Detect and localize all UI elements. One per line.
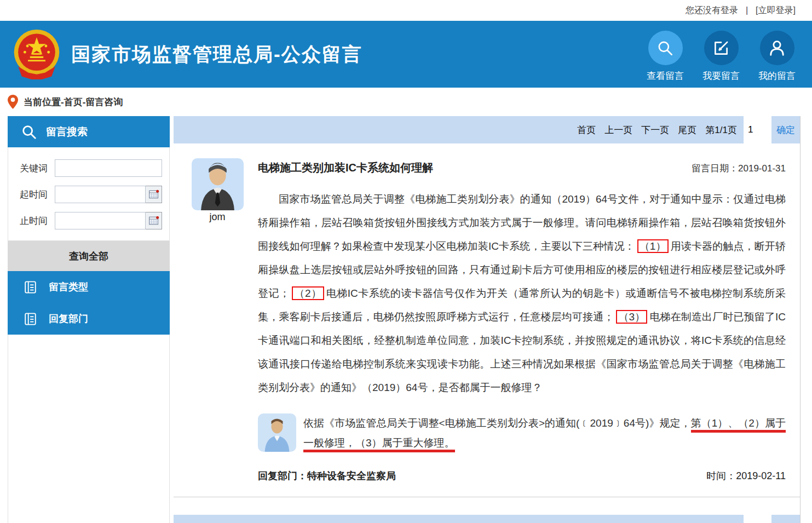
start-time-row: 起时间 [8,181,169,208]
pagination-links: 首页 上一页 下一页 尾页 第1/1页 [174,116,744,143]
nav-label: 查看留言 [647,70,684,82]
pagination-first[interactable]: 首页 [577,124,596,136]
confirm-button[interactable]: 确定 [771,515,800,523]
keyword-label: 关键词 [20,162,55,175]
reply-department-label: 回复部门： [258,470,307,481]
user-avatar [192,158,244,210]
reply-block: 依据《市场监管总局关于调整<电梯施工类别划分表>的通知(﹝2019﹞64号)》规… [258,413,786,453]
search-icon [648,31,683,65]
sidebar-item-label: 回复部门 [49,312,88,325]
location-pin-icon [8,94,18,110]
end-time-calendar-button[interactable] [146,212,162,229]
nav-my-messages[interactable]: 我的留言 [754,31,800,82]
page-number-input[interactable] [744,116,768,143]
end-time-row: 止时间 [8,208,169,234]
reply-time-value: 2019-02-11 [736,470,786,481]
message-date: 留言日期：2019-01-31 [692,162,786,175]
end-time-input[interactable] [55,212,146,229]
message-text: 国家市场监管总局关于调整《电梯施工类别划分表》的通知（2019）64号文件，对于… [258,187,786,399]
username: jom [187,211,248,223]
nav-label: 我要留言 [702,70,740,82]
calendar-icon [148,189,159,200]
national-emblem-logo [11,28,62,80]
message-title-row: 电梯施工类别加装IC卡系统如何理解 留言日期：2019-01-31 [258,160,786,175]
page-number-input[interactable] [744,515,768,523]
reply-department-value: 特种设备安全监察局 [307,470,396,481]
query-all-button[interactable]: 查询全部 [8,241,170,271]
official-avatar-icon [258,413,296,452]
search-icon [21,124,37,140]
header-nav: 查看留言 我要留言 我的留言 [642,31,800,82]
list-icon [23,280,38,295]
nav-label: 我的留言 [758,70,796,82]
calendar-icon [148,215,159,226]
nav-post-message[interactable]: 我要留言 [698,31,744,82]
message-card: jom 电梯施工类别加装IC卡系统如何理解 留言日期：2019-01-31 国家… [174,143,800,482]
sidebar-menu: 留言类型 回复部门 [8,271,170,335]
message-date-value: 2019-01-31 [738,163,786,174]
site-title: 国家市场监督管理总局-公众留言 [71,42,362,67]
login-status-text: 您还没有登录 [686,5,738,16]
start-time-label: 起时间 [20,188,55,201]
topbar-divider: | [746,5,748,15]
sidebar-item-label: 留言类型 [49,280,88,294]
compose-icon [704,31,739,65]
content-layout: 留言搜索 关键词 起时间 [0,116,812,523]
breadcrumb-text: 当前位置-首页-留言咨询 [24,96,123,108]
sidebar-search-title: 留言搜索 [46,125,88,139]
start-time-input[interactable] [55,186,146,203]
message-title: 电梯施工类别加装IC卡系统如何理解 [258,160,433,175]
reply-avatar [258,413,296,452]
login-now-link[interactable]: [立即登录] [756,5,796,16]
breadcrumb: 当前位置-首页-留言咨询 [0,88,812,116]
reply-time: 时间：2019-02-11 [706,469,786,482]
list-icon [23,312,38,326]
user-icon [760,31,794,65]
pagination-links: 首页 上一页 下一页 尾页 第1/1页 [174,515,744,523]
message-date-label: 留言日期： [692,163,738,174]
pagination-page-info: 第1/1页 [705,124,737,136]
sidebar: 留言搜索 关键词 起时间 [8,116,170,523]
reply-department: 回复部门：特种设备安全监察局 [258,469,396,482]
reply-text: 依据《市场监管总局关于调整<电梯施工类别划分表>的通知(﹝2019﹞64号)》规… [303,413,786,453]
sidebar-item-reply-department[interactable]: 回复部门 [8,303,170,335]
reply-time-label: 时间： [706,470,736,481]
message-author-column: jom [187,158,248,482]
sidebar-search-header: 留言搜索 [8,116,170,147]
keyword-input[interactable] [55,159,162,177]
keyword-row: 关键词 [8,155,169,181]
page: 您还没有登录 | [立即登录] 国家市场监督管理总局-公众留言 [0,0,812,523]
businessman-avatar-icon [192,158,244,210]
pagination-bottom: 首页 上一页 下一页 尾页 第1/1页 确定 [174,515,800,523]
reply-meta-row: 回复部门：特种设备安全监察局 时间：2019-02-11 [258,469,786,482]
end-time-label: 止时间 [20,215,55,227]
sidebar-item-message-type[interactable]: 留言类型 [8,271,170,303]
start-time-calendar-button[interactable] [146,186,162,203]
section-divider [174,497,800,497]
top-login-bar: 您还没有登录 | [立即登录] [0,0,812,21]
sidebar-search-form: 关键词 起时间 [8,147,170,241]
sidebar-empty-area [8,335,170,523]
pagination-top: 首页 上一页 下一页 尾页 第1/1页 确定 [174,116,800,143]
main-content: 首页 上一页 下一页 尾页 第1/1页 确定 [174,116,801,523]
site-header: 国家市场监督管理总局-公众留言 查看留言 我要留言 [0,21,812,88]
nav-view-messages[interactable]: 查看留言 [642,31,688,82]
pagination-next[interactable]: 下一页 [641,124,669,136]
confirm-button[interactable]: 确定 [771,116,800,143]
pagination-last[interactable]: 尾页 [678,124,696,136]
pagination-prev[interactable]: 上一页 [604,124,632,136]
message-body-column: 电梯施工类别加装IC卡系统如何理解 留言日期：2019-01-31 国家市场监管… [258,158,786,482]
